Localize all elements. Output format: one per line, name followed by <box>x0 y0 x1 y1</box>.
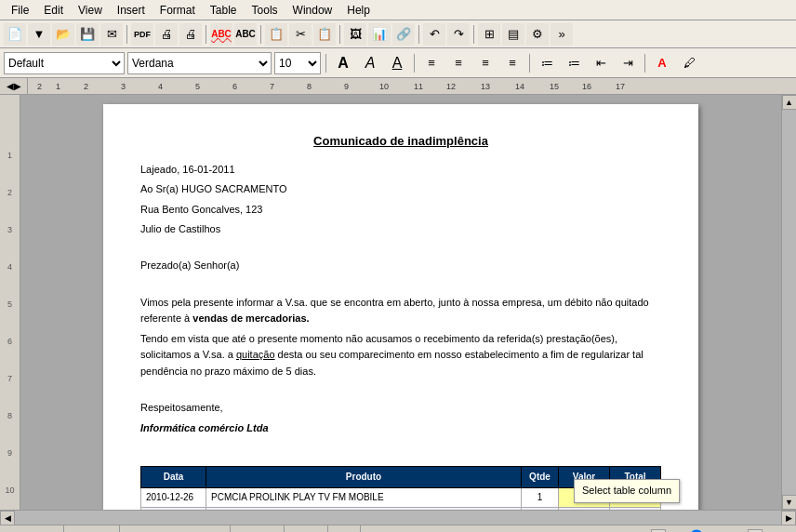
increase-indent-button[interactable]: ⇥ <box>616 52 640 74</box>
cell-date-2: 2010-12-26 <box>141 508 206 511</box>
margin-num-5: 5 <box>7 299 12 309</box>
scroll-right-button[interactable]: ▶ <box>781 511 796 525</box>
styles-button[interactable]: ▤ <box>502 23 524 46</box>
new-doc-button[interactable]: 📄 <box>4 23 26 46</box>
margin-num-3: 3 <box>7 225 12 234</box>
link-button[interactable]: 🔗 <box>392 23 415 46</box>
image-button[interactable]: 🖼 <box>344 23 366 46</box>
language-indicator[interactable]: Portuguese (Brazil) <box>131 525 231 532</box>
numbering-button[interactable]: ≔ <box>535 52 559 74</box>
redo-button[interactable]: ↷ <box>447 23 470 46</box>
tooltip-select-column: Select table column <box>574 479 680 503</box>
scroll-down-button[interactable]: ▼ <box>782 495 797 510</box>
save-button[interactable]: 💾 <box>76 23 99 46</box>
body1-bold: vendas de mercadorias. <box>192 313 309 324</box>
undo-button[interactable]: ↶ <box>423 23 445 46</box>
new-button2[interactable]: ▼ <box>28 23 50 46</box>
navigator-button[interactable]: ⊞ <box>478 23 500 46</box>
cell-qtde-1: 1 <box>522 488 559 508</box>
scroll-track-v[interactable] <box>782 110 796 495</box>
error-icon: ⚠ <box>339 525 361 532</box>
zoom-out-button[interactable]: − <box>651 529 666 533</box>
toolbar1: 📄 ▼ 📂 💾 ✉ PDF 🖨 🖨 ABC ABC 📋 ✂ 📋 🖼 📊 🔗 ↶ … <box>0 20 796 48</box>
email-button[interactable]: ✉ <box>100 23 123 46</box>
font-select[interactable]: Verdana <box>127 52 272 74</box>
table-container: Data Produto Qtde Valor Total 2010-12-26 <box>140 466 661 510</box>
margin-num-9: 9 <box>7 448 12 458</box>
separator3 <box>260 25 261 44</box>
gallery-button[interactable]: ⚙ <box>526 23 549 46</box>
statusbar-right: − + 80% <box>651 529 790 533</box>
separator-fmt2 <box>414 54 415 73</box>
decrease-indent-button[interactable]: ⇤ <box>589 52 613 74</box>
pdf-button[interactable]: PDF <box>131 23 153 46</box>
page[interactable]: Comunicado de inadimplência Lajeado, 16-… <box>103 104 698 510</box>
align-left-button[interactable]: ≡ <box>419 52 444 74</box>
th-data: Data <box>141 467 206 488</box>
cell-date-1: 2010-12-26 <box>141 488 206 508</box>
left-margin-bar: 1 2 3 4 5 6 7 8 9 10 11 <box>0 95 20 510</box>
menu-table[interactable]: Table <box>203 2 245 19</box>
font-size-select[interactable]: 10 <box>274 52 321 74</box>
scroll-track-h[interactable] <box>15 511 781 525</box>
open-button[interactable]: 📂 <box>52 23 74 46</box>
company-name: Informática comércio Ltda <box>140 420 661 437</box>
th-produto: Produto <box>206 467 522 488</box>
cell-valor-2: 10,40 <box>559 508 610 511</box>
toolbar2-formatting: Default Verdana 10 A A A ≡ ≡ ≡ ≡ ≔ ≔ ⇤ ⇥… <box>0 48 796 78</box>
document-title: Comunicado de inadimplência <box>140 132 661 151</box>
italic-button[interactable]: A <box>358 52 382 74</box>
right-scrollbar: ▲ ▼ <box>781 95 796 510</box>
paste-button[interactable]: 📋 <box>313 23 336 46</box>
copy-button[interactable]: 📋 <box>265 23 287 46</box>
align-right-button[interactable]: ≡ <box>473 52 498 74</box>
cell-product-2: MOUSE USB SATEL. A-15R MINI ROJO 1000CPI <box>206 508 522 511</box>
align-justify-button[interactable]: ≡ <box>500 52 524 74</box>
separator-fmt4 <box>644 54 645 73</box>
menu-format[interactable]: Format <box>153 2 203 19</box>
spellcheck2-button[interactable]: ABC <box>234 23 257 46</box>
cut-button[interactable]: ✂ <box>289 23 312 46</box>
more-button[interactable]: » <box>551 23 573 46</box>
address-to: Ao Sr(a) HUGO SACRAMENTO <box>140 181 661 198</box>
insert-mode-indicator[interactable]: INSRT <box>242 525 285 532</box>
spellcheck-button[interactable]: ABC <box>210 23 232 46</box>
separator2 <box>206 25 206 44</box>
menu-help[interactable]: Help <box>339 2 378 19</box>
menu-insert[interactable]: Insert <box>110 2 153 19</box>
chart-button[interactable]: 📊 <box>368 23 391 46</box>
menu-file[interactable]: File <box>4 2 36 19</box>
table-row: 2010-12-26 MOUSE USB SATEL. A-15R MINI R… <box>141 508 661 511</box>
align-center-button[interactable]: ≡ <box>446 52 471 74</box>
bullets-button[interactable]: ≔ <box>562 52 586 74</box>
margin-num-2: 2 <box>7 188 12 197</box>
body2-underline: quitação <box>236 349 275 360</box>
selection-mode-indicator[interactable]: STD <box>296 525 328 532</box>
margin-num-8: 8 <box>7 411 12 420</box>
menu-view[interactable]: View <box>71 2 110 19</box>
menu-tools[interactable]: Tools <box>245 2 285 19</box>
separator5 <box>418 25 419 44</box>
document-area[interactable]: Comunicado de inadimplência Lajeado, 16-… <box>20 95 781 510</box>
margin-num-6: 6 <box>7 337 12 346</box>
scroll-left-button[interactable]: ◀ <box>0 511 15 525</box>
salutation: Prezado(a) Senhor(a) <box>140 258 661 274</box>
ruler-left-margin: ◀▶ <box>0 78 28 94</box>
print-button[interactable]: 🖨 <box>179 23 202 46</box>
menu-edit[interactable]: Edit <box>36 2 71 19</box>
zoom-in-button[interactable]: + <box>748 529 763 533</box>
scroll-up-button[interactable]: ▲ <box>782 95 797 110</box>
separator-fmt3 <box>529 54 530 73</box>
highlight-button[interactable]: 🖊 <box>677 52 701 74</box>
address-street: Rua Bento Goncalves, 123 <box>140 202 661 219</box>
paragraph-style-select[interactable]: Default <box>4 52 125 74</box>
bottom-scrollbar: ◀ ▶ <box>0 510 796 525</box>
margin-num-4: 4 <box>7 262 12 272</box>
print-preview-button[interactable]: 🖨 <box>155 23 178 46</box>
menu-window[interactable]: Window <box>285 2 340 19</box>
th-qtde: Qtde <box>522 467 559 488</box>
font-color-button[interactable]: A <box>650 52 674 74</box>
margin-num-7: 7 <box>7 374 12 383</box>
bold-button[interactable]: A <box>331 52 355 74</box>
underline-button[interactable]: A <box>385 52 409 74</box>
